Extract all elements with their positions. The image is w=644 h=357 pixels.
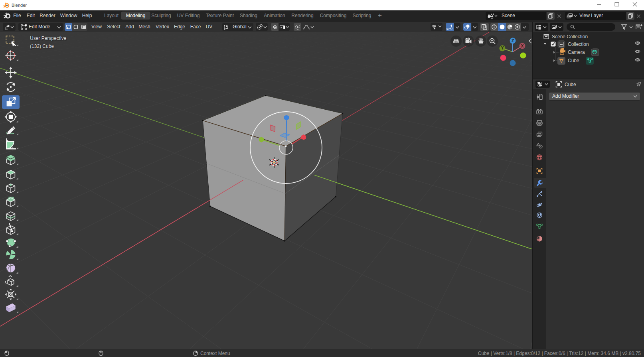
svg-text:Cube: Cube: [568, 58, 579, 63]
svg-text:Z: Z: [512, 39, 514, 43]
svg-text:Y: Y: [501, 46, 504, 50]
svg-text:Camera: Camera: [568, 49, 585, 55]
svg-text:X: X: [521, 44, 524, 48]
svg-text:Collection: Collection: [568, 41, 589, 47]
svg-text:Scene Collection: Scene Collection: [552, 34, 588, 39]
